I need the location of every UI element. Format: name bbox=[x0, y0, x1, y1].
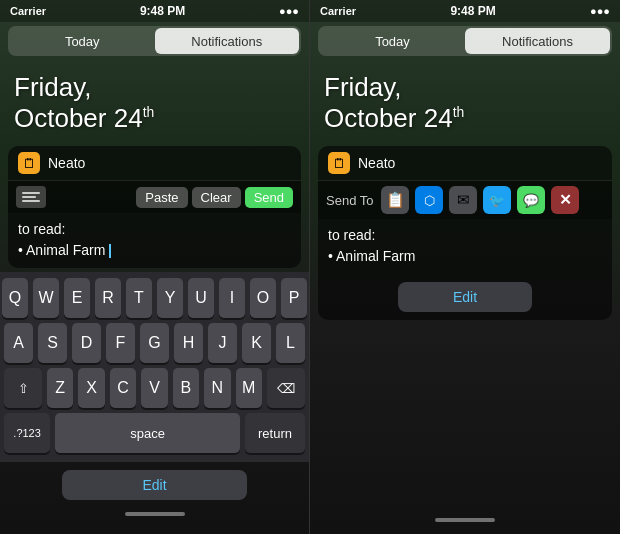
home-bar-right bbox=[435, 518, 495, 522]
paste-button[interactable]: Paste bbox=[136, 187, 187, 208]
neato-widget-right: 🗒 Neato Send To 📋 ⬡ ✉ 🐦 💬 ✕ to read: • A… bbox=[318, 146, 612, 320]
key-y[interactable]: Y bbox=[157, 278, 183, 318]
share-row: Send To 📋 ⬡ ✉ 🐦 💬 ✕ bbox=[318, 181, 612, 219]
widget-title-right: Neato bbox=[358, 155, 395, 171]
text-line-2: • Animal Farm bbox=[18, 240, 291, 261]
edit-btn-wrap-right: Edit bbox=[318, 274, 612, 320]
key-c[interactable]: C bbox=[110, 368, 136, 408]
tab-bar-left: Today Notifications bbox=[8, 26, 301, 56]
tab-bar-right: Today Notifications bbox=[318, 26, 612, 56]
send-to-label: Send To bbox=[326, 193, 373, 208]
date-text-right: Friday, October 24th bbox=[324, 72, 606, 134]
key-r[interactable]: R bbox=[95, 278, 121, 318]
send-button[interactable]: Send bbox=[245, 187, 293, 208]
widget-header-right: 🗒 Neato bbox=[318, 146, 612, 181]
carrier-right: Carrier bbox=[320, 5, 356, 17]
battery-left: ●●● bbox=[279, 5, 299, 17]
time-right: 9:48 PM bbox=[450, 4, 495, 18]
tab-today-right[interactable]: Today bbox=[320, 28, 465, 54]
carrier-left: Carrier bbox=[10, 5, 46, 17]
neato-widget-left: 🗒 Neato Paste Clear Send to read: • Anim… bbox=[8, 146, 301, 268]
key-row-4: .?123 space return bbox=[4, 413, 305, 453]
key-f[interactable]: F bbox=[106, 323, 135, 363]
left-panel: Carrier 9:48 PM ●●● Today Notifications … bbox=[0, 0, 310, 534]
key-row-2: A S D F G H J K L bbox=[4, 323, 305, 363]
share-twitter-icon[interactable]: 🐦 bbox=[483, 186, 511, 214]
key-b[interactable]: B bbox=[173, 368, 199, 408]
share-mail-icon[interactable]: ✉ bbox=[449, 186, 477, 214]
status-bar-left: Carrier 9:48 PM ●●● bbox=[0, 0, 309, 22]
key-v[interactable]: V bbox=[141, 368, 167, 408]
date-section-left: Friday, October 24th bbox=[0, 60, 309, 142]
share-close-icon[interactable]: ✕ bbox=[551, 186, 579, 214]
key-h[interactable]: H bbox=[174, 323, 203, 363]
text-line-1: to read: bbox=[18, 219, 291, 240]
home-indicator-right bbox=[310, 514, 620, 528]
widget-toolbar-left: Paste Clear Send bbox=[8, 181, 301, 213]
key-k[interactable]: K bbox=[242, 323, 271, 363]
key-o[interactable]: O bbox=[250, 278, 276, 318]
key-z[interactable]: Z bbox=[47, 368, 73, 408]
share-message-icon[interactable]: 💬 bbox=[517, 186, 545, 214]
home-bar-left bbox=[125, 512, 185, 516]
tab-today-left[interactable]: Today bbox=[10, 28, 155, 54]
share-copy-icon[interactable]: 📋 bbox=[381, 186, 409, 214]
tab-notifications-left[interactable]: Notifications bbox=[155, 28, 300, 54]
key-row-1: Q W E R T Y U I O P bbox=[4, 278, 305, 318]
key-l[interactable]: L bbox=[276, 323, 305, 363]
key-n[interactable]: N bbox=[204, 368, 230, 408]
key-p[interactable]: P bbox=[281, 278, 307, 318]
widget-header-left: 🗒 Neato bbox=[8, 146, 301, 181]
key-s[interactable]: S bbox=[38, 323, 67, 363]
key-space[interactable]: space bbox=[55, 413, 240, 453]
home-indicator-left bbox=[0, 508, 309, 522]
keyboard-icon[interactable] bbox=[16, 186, 46, 208]
date-section-right: Friday, October 24th bbox=[310, 60, 620, 142]
key-m[interactable]: M bbox=[236, 368, 262, 408]
date-text-left: Friday, October 24th bbox=[14, 72, 295, 134]
key-j[interactable]: J bbox=[208, 323, 237, 363]
right-panel: Carrier 9:48 PM ●●● Today Notifications … bbox=[310, 0, 620, 534]
battery-right: ●●● bbox=[590, 5, 610, 17]
share-dropbox-icon[interactable]: ⬡ bbox=[415, 186, 443, 214]
key-shift[interactable]: ⇧ bbox=[4, 368, 42, 408]
key-i[interactable]: I bbox=[219, 278, 245, 318]
text-line-r2: • Animal Farm bbox=[328, 246, 602, 267]
status-bar-right: Carrier 9:48 PM ●●● bbox=[310, 0, 620, 22]
key-q[interactable]: Q bbox=[2, 278, 28, 318]
app-icon-left: 🗒 bbox=[18, 152, 40, 174]
key-x[interactable]: X bbox=[78, 368, 104, 408]
clear-button[interactable]: Clear bbox=[192, 187, 241, 208]
key-t[interactable]: T bbox=[126, 278, 152, 318]
key-a[interactable]: A bbox=[4, 323, 33, 363]
widget-title-left: Neato bbox=[48, 155, 85, 171]
key-e[interactable]: E bbox=[64, 278, 90, 318]
widget-text-left[interactable]: to read: • Animal Farm bbox=[8, 213, 301, 268]
key-u[interactable]: U bbox=[188, 278, 214, 318]
edit-btn-wrap-left: Edit bbox=[0, 462, 309, 508]
key-row-3: ⇧ Z X C V B N M ⌫ bbox=[4, 368, 305, 408]
key-delete[interactable]: ⌫ bbox=[267, 368, 305, 408]
key-w[interactable]: W bbox=[33, 278, 59, 318]
app-icon-right: 🗒 bbox=[328, 152, 350, 174]
tab-notifications-right[interactable]: Notifications bbox=[465, 28, 610, 54]
edit-button-left[interactable]: Edit bbox=[62, 470, 246, 500]
time-left: 9:48 PM bbox=[140, 4, 185, 18]
edit-button-right[interactable]: Edit bbox=[398, 282, 532, 312]
key-d[interactable]: D bbox=[72, 323, 101, 363]
text-line-r1: to read: bbox=[328, 225, 602, 246]
widget-text-right[interactable]: to read: • Animal Farm bbox=[318, 219, 612, 274]
key-return[interactable]: return bbox=[245, 413, 305, 453]
key-numbers[interactable]: .?123 bbox=[4, 413, 50, 453]
keyboard: Q W E R T Y U I O P A S D F G H J K L ⇧ … bbox=[0, 272, 309, 462]
key-g[interactable]: G bbox=[140, 323, 169, 363]
